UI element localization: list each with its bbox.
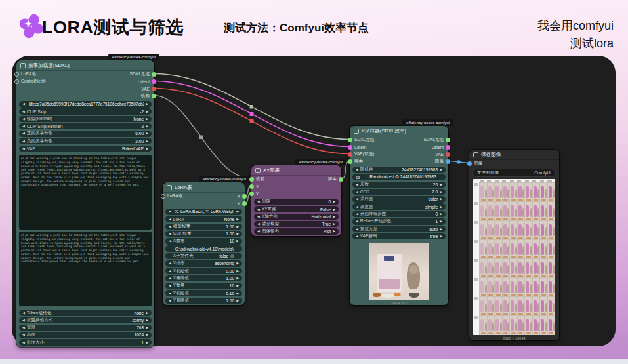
widget-row[interactable]: ◀ 开始降噪步数 0 ▶ [352,211,446,218]
widget-row[interactable]: ◀ Token规格化 none ▶ [19,310,152,316]
widget-row[interactable]: ◀ 6fcea7a05db69993f17dedd8cca1777e75106e… [19,101,152,108]
widget-row[interactable]: ◀ 预览方法 auto ▶ [352,226,446,232]
increment-arrow[interactable]: ▶ [236,262,239,265]
decrement-arrow[interactable]: ◀ [22,147,25,150]
widget-row[interactable]: ◀ G:\sd-webui-aki-v4.10\models\Lora\X ..… [165,245,242,252]
widget-row[interactable]: ◀ 随机种 244182746197983 ▶ [352,167,446,173]
increment-arrow[interactable]: ▶ [146,312,148,315]
widget-row[interactable]: ◀ 模型(Refiner) None ▶ [19,116,152,123]
increment-arrow[interactable]: ▶ [146,110,148,113]
increment-arrow[interactable]: ▶ [440,228,442,231]
decrement-arrow[interactable]: ◀ [169,277,171,280]
decrement-arrow[interactable]: ◀ [22,326,25,329]
decrement-arrow[interactable]: ◀ [257,222,260,226]
output-port[interactable] [446,138,450,142]
output-port[interactable] [446,145,450,150]
input-port[interactable] [249,177,254,182]
widget-row[interactable]: ◀ X初始值 0.00 ▶ [165,268,242,274]
widget-row[interactable]: ◀ CLIP权重 1.00 ▶ [165,231,242,237]
decrement-arrow[interactable]: ◀ [356,212,358,216]
output-port[interactable] [152,79,156,84]
decrement-arrow[interactable]: ◀ [22,333,25,336]
increment-arrow[interactable]: ▶ [236,218,239,221]
node-save-image[interactable]: 保存图像 图像 文件名前缀 [469,150,559,340]
decrement-arrow[interactable]: ◀ [356,220,358,223]
increment-arrow[interactable]: ▶ [440,168,442,171]
node-title-bar[interactable]: XY图表 [251,165,341,176]
output-port[interactable] [152,72,156,77]
widget-row[interactable]: ◀ 步数 20 ▶ [352,182,446,188]
decrement-arrow[interactable]: ◀ [22,312,25,315]
increment-arrow[interactable]: ▶ [146,102,148,106]
increment-arrow[interactable]: ▶ [146,341,148,344]
widget-row[interactable]: ◀ CLIP Skip -2 ▶ [19,108,152,115]
negative-prompt-textarea[interactable]: ml,A cat wearing a pink bow is standing … [19,232,152,306]
increment-arrow[interactable]: ▶ [440,220,442,223]
increment-arrow[interactable]: ▶ [333,208,335,211]
input-port[interactable] [161,194,165,199]
positive-prompt-textarea[interactable]: ml,A cat wearing a pink bow is standing … [19,155,152,230]
widget-row[interactable]: ◀ 缓存模型 True ▶ [254,221,339,228]
widget-row[interactable]: ◀ XY互换 False ▶ [254,206,339,212]
input-port[interactable] [348,145,352,150]
decrement-arrow[interactable]: ◀ [22,125,25,128]
widget-row[interactable]: ◀ 采样器 euler ▶ [352,196,446,203]
widget-row[interactable]: ◀ Y最终值 1.00 ▶ [165,298,242,304]
widget-row[interactable]: ◀ X排序 ascending ▶ [165,260,242,267]
input-port[interactable] [14,79,19,84]
decrement-arrow[interactable]: ◀ [356,228,358,231]
collapse-icon[interactable] [354,129,359,134]
widget-row[interactable]: ◀ 模型权重 1.00 ▶ [165,224,242,230]
input-port[interactable] [467,161,472,166]
widget-row[interactable]: ◀ 宽度 768 ▶ [19,325,152,331]
increment-arrow[interactable]: ▶ [236,225,239,228]
increment-arrow[interactable]: ▶ [146,319,148,322]
decrement-arrow[interactable]: ◀ [22,319,25,322]
widget-row[interactable]: ◀ 高度 1024 ▶ [19,332,152,338]
increment-arrow[interactable]: ▶ [146,140,148,143]
decrement-arrow[interactable]: ◀ [257,200,260,203]
decrement-arrow[interactable]: ◀ [22,110,25,113]
widget-row[interactable]: ◀ 调度器 simple ▶ [352,203,446,210]
decrement-arrow[interactable]: ◀ [356,168,358,171]
increment-arrow[interactable]: ▶ [440,205,442,209]
widget-row[interactable]: ◀ Y初始值 0.10 ▶ [165,290,242,296]
output-port[interactable] [446,152,450,157]
input-port[interactable] [348,159,352,164]
increment-arrow[interactable]: ▶ [236,277,239,280]
widget-row[interactable]: ◀ 间隔 0 ▶ [254,199,339,205]
output-port[interactable] [152,94,156,98]
increment-arrow[interactable]: ▶ [333,222,335,226]
decrement-arrow[interactable]: ◀ [169,299,171,302]
decrement-arrow[interactable]: ◀ [169,262,171,265]
decrement-arrow[interactable]: ◀ [356,190,358,193]
input-port[interactable] [249,184,254,189]
increment-arrow[interactable]: ▶ [440,190,442,193]
output-port[interactable] [339,177,343,182]
node-lora-stacker[interactable]: efficiency-nodes-comfyui LoRA表 LoRA堆 X [163,182,245,305]
widget-row[interactable]: ◀ X: LoRA Batch, Y: LoRA Weight ▶ [165,209,242,215]
decrement-arrow[interactable]: ◀ [169,239,171,243]
input-port[interactable] [14,72,19,77]
widget-row[interactable]: ◀ 权重插值方式 comfy ▶ [19,317,152,324]
decrement-arrow[interactable]: ◀ [356,183,358,186]
node-efficiency-loader-sdxl[interactable]: efficiency-nodes-comfyui 效率加载器(SDXL) LoR… [16,60,154,347]
increment-arrow[interactable]: ▶ [440,212,442,216]
widget-row[interactable]: ◀ 批次大小 1 ▶ [19,339,152,346]
increment-arrow[interactable]: ▶ [146,326,148,329]
decrement-arrow[interactable]: ◀ [169,284,171,287]
input-port[interactable] [249,192,254,196]
node-title-bar[interactable]: K采样器(SDXL效率) [350,126,448,136]
increment-arrow[interactable]: ▶ [146,147,148,150]
reroute-dot[interactable] [199,136,203,140]
widget-row[interactable]: ◀ VAE Baked VAE ▶ [19,146,152,152]
collapse-icon[interactable] [473,152,478,157]
decrement-arrow[interactable]: ◀ [22,140,25,143]
widget-row[interactable]: ◀ Refiner开始步数 -1 ▶ [352,218,446,225]
widget-row[interactable]: ◀ Y轴方向 Horizontal ▶ [254,214,339,220]
increment-arrow[interactable]: ▶ [146,125,148,128]
increment-arrow[interactable]: ▶ [236,232,239,235]
widget-row[interactable]: ◀ CLIP Skip(Refiner) -2 ▶ [19,123,152,130]
output-port[interactable] [242,194,247,199]
decrement-arrow[interactable]: ◀ [169,210,171,213]
